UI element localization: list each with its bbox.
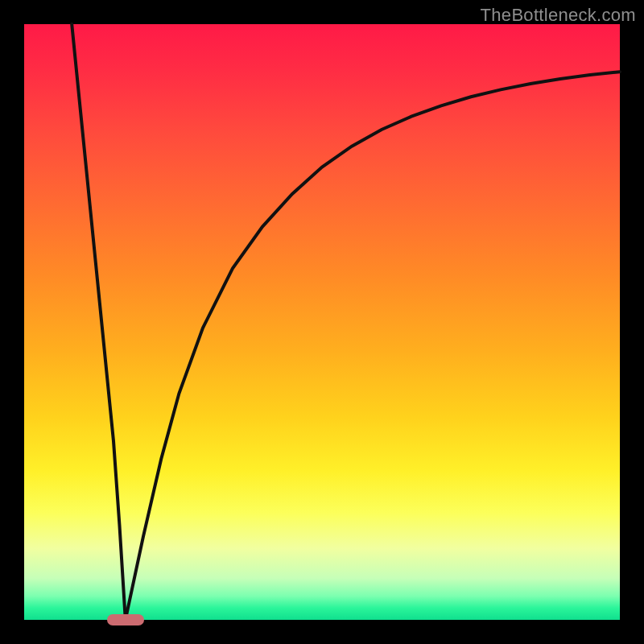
curve-svg bbox=[24, 24, 620, 620]
watermark-text: TheBottleneck.com bbox=[481, 5, 636, 26]
plot-area bbox=[24, 24, 620, 620]
chart-frame: TheBottleneck.com bbox=[0, 0, 644, 644]
curve-group bbox=[72, 24, 620, 620]
left-branch-line bbox=[72, 24, 126, 620]
right-branch-line bbox=[126, 72, 620, 620]
bottleneck-marker bbox=[107, 614, 144, 625]
